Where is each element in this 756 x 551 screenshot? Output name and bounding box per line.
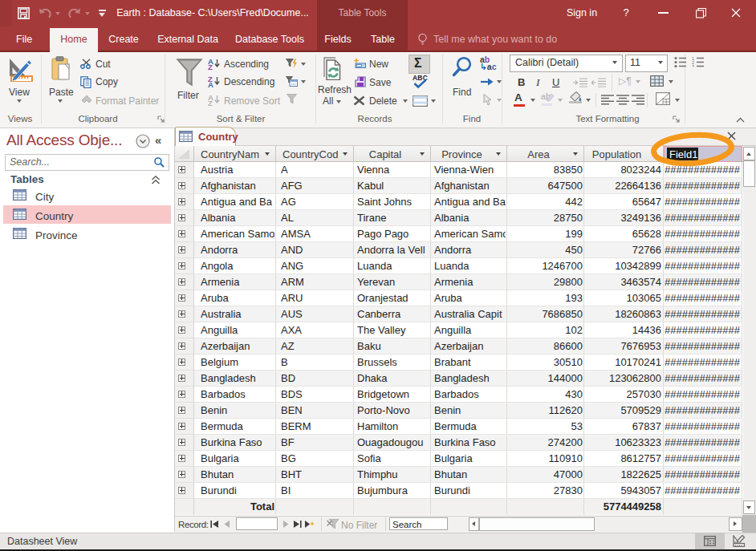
svg-text:3: 3 [692,64,694,68]
